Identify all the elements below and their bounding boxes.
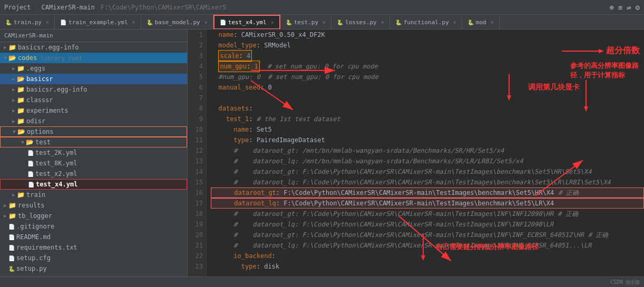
tab-label: train.py — [14, 19, 42, 26]
code-line-23: type: disk — [211, 261, 644, 272]
py-icon: 🐍 — [5, 19, 12, 25]
close-icon[interactable]: × — [132, 19, 135, 25]
code-line-20: # dataroot_gt: F:\Code\Python\CAMixerSR\… — [211, 230, 644, 240]
py-file-icon: 🐍 — [8, 266, 15, 272]
txt-file-icon: 📄 — [8, 245, 15, 251]
sidebar-item-setuppy[interactable]: 🐍 setup.py — [0, 263, 187, 274]
sidebar-item-label: basicsr.egg-info — [26, 86, 87, 93]
code-line-4: num_gpu: 1 # set num_gpu: 0 for cpu mode — [211, 61, 644, 72]
sidebar-item-label: basicsr — [26, 75, 53, 83]
close-icon[interactable]: × — [381, 19, 384, 25]
expand-arrow: ▶ — [2, 45, 8, 50]
expand-arrow: ▶ — [11, 118, 17, 124]
expand-arrow: ▼ — [19, 140, 26, 145]
tab-train-py[interactable]: 🐍 train.py × — [0, 15, 55, 29]
sidebar-item-label: tb_logger — [18, 212, 52, 220]
sidebar-item-requirements[interactable]: 📄 requirements.txt — [0, 242, 187, 253]
toolbar-icons: ⊕ ≡ ⇌ ⚙ — [609, 3, 640, 12]
code-content: 1 2 3 4 5 6 7 8 9 10 11 12 13 14 15 16 1 — [188, 29, 644, 276]
tab-losses-py[interactable]: 🐍 losses.py × — [331, 15, 390, 29]
sidebar-item-eggs[interactable]: ▶ 📁 .eggs — [0, 63, 187, 74]
watermark: CSDN @佳佃 — [610, 279, 640, 286]
app-title: CAMixerSR-main F:\Code\Python\CAMixerSR\… — [42, 4, 227, 11]
sidebar-item-basicsr[interactable]: ▶ 📂 basicsr — [0, 74, 187, 84]
sidebar-item-test[interactable]: ▼ 📂 test — [0, 137, 187, 147]
code-line-15: # dataroot_lq: F:\Code\Python\CAMixerSR\… — [211, 177, 644, 187]
tab-mod[interactable]: 🐍 mod × — [462, 15, 500, 29]
sidebar-item-test2k[interactable]: 📄 test_2K.yml — [0, 147, 187, 158]
top-bar: Project CAMixerSR-main F:\Code\Python\CA… — [0, 0, 644, 15]
sidebar-item-label: setup.py — [16, 265, 47, 272]
sidebar-item-readme[interactable]: 📄 README.md — [0, 232, 187, 242]
sidebar-item-classsr[interactable]: ▶ 📁 classsr — [0, 95, 187, 105]
yml-file-icon: 📄 — [27, 161, 34, 166]
sidebar-item-codes[interactable]: ▼ 📂 codes library root — [0, 53, 187, 63]
close-icon[interactable]: × — [453, 19, 456, 25]
add-icon[interactable]: ⊕ — [609, 3, 613, 12]
sidebar-item-gitignore[interactable]: 📄 .gitignore — [0, 221, 187, 232]
folder-icon: 📂 — [26, 138, 34, 146]
tab-train-example-yml[interactable]: 📄 train_example.yml × — [55, 15, 141, 29]
code-line-11: type: PairedImageDataset — [211, 135, 644, 145]
sidebar-item-results[interactable]: ▶ 📁 results — [0, 200, 187, 211]
tab-label: train_example.yml — [69, 19, 128, 26]
close-icon[interactable]: × — [46, 19, 49, 25]
sidebar-item-testx4[interactable]: 📄 test_x4.yml — [0, 179, 187, 190]
close-icon[interactable]: × — [323, 19, 326, 25]
folder-icon: 📂 — [17, 128, 25, 135]
tab-label: test_x4.yml — [228, 19, 267, 26]
folder-icon: 📁 — [17, 65, 25, 72]
settings-icon[interactable]: ⚙ — [636, 3, 640, 12]
py-icon: 🐍 — [467, 19, 474, 25]
library-root-tag: library root — [37, 55, 82, 62]
code-line-13: # dataroot_lq: /mnt/bn/mmlab-wangyan-srd… — [211, 156, 644, 166]
tab-test-x4-yml[interactable]: 📄 test_x4.yml × — [213, 15, 280, 29]
sidebar-item-options[interactable]: ▼ 📂 options — [0, 126, 187, 137]
py-icon: 🐍 — [286, 19, 292, 25]
code-line-16: dataroot_gt: F:\Code\Python\CAMixerSR\CA… — [211, 187, 644, 198]
sidebar-item-label: experiments — [26, 107, 68, 114]
py-icon: 🐍 — [147, 19, 153, 25]
sidebar-item-experiments[interactable]: ▶ 📁 experiments — [0, 105, 187, 116]
code-line-14: # dataroot_gt: F:\Code\Python\CAMixerSR\… — [211, 166, 644, 177]
tab-functional-py[interactable]: 🐍 functional.py × — [390, 15, 462, 29]
split-icon[interactable]: ⇌ — [627, 3, 631, 12]
file-icon: 📄 — [8, 234, 15, 240]
close-icon[interactable]: × — [491, 19, 494, 25]
folder-icon: 📁 — [17, 107, 25, 114]
expand-arrow: ▶ — [11, 97, 17, 103]
sidebar-item-basicsr-egg2[interactable]: ▶ 📁 basicsr.egg-info — [0, 84, 187, 95]
tab-test-py[interactable]: 🐍 test.py × — [280, 15, 331, 29]
list-icon[interactable]: ≡ — [618, 3, 622, 12]
folder-icon: 📁 — [8, 212, 16, 220]
tab-label: base_model.py — [155, 19, 200, 26]
sidebar: CAMixerSR-main ▶ 📁 basicsr.egg-info ▼ 📂 … — [0, 29, 188, 276]
folder-icon: 📁 — [17, 117, 25, 125]
tab-label: mod — [476, 19, 486, 26]
code-line-22: io_backend: — [211, 251, 644, 261]
tab-label: test.py — [294, 19, 318, 26]
sidebar-item-label: setup.cfg — [16, 254, 51, 262]
code-line-2: model_type: SRModel — [211, 40, 644, 51]
expand-arrow: ▶ — [11, 76, 17, 82]
sidebar-item-test8k[interactable]: 📄 test_8K.yml — [0, 158, 187, 169]
app-container: Project CAMixerSR-main F:\Code\Python\CA… — [0, 0, 644, 287]
sidebar-item-train[interactable]: ▶ 📁 train — [0, 190, 187, 200]
code-line-1: name: CAMixerSR_0.50_x4_DF2K — [211, 29, 644, 40]
yml-icon: 📄 — [60, 19, 66, 25]
code-line-3: scale: 4 — [211, 51, 644, 61]
sidebar-item-basicsr-egg[interactable]: ▶ 📁 basicsr.egg-info — [0, 42, 187, 53]
code-line-10: name: Set5 — [211, 124, 644, 135]
expand-arrow: ▼ — [11, 129, 17, 134]
code-line-5: #num_gpu: 0 # set num_gpu: 0 for cpu mod… — [211, 72, 644, 82]
close-icon[interactable]: × — [271, 19, 274, 25]
sidebar-item-odisr[interactable]: ▶ 📁 odisr — [0, 116, 187, 126]
yml-file-icon: 📄 — [28, 182, 34, 187]
sidebar-item-setupcfg[interactable]: 📄 setup.cfg — [0, 253, 187, 263]
code-line-19: # dataroot_lq: F:\Code\Python\CAMixerSR\… — [211, 219, 644, 230]
sidebar-item-testx2[interactable]: 📄 test_x2.yml — [0, 169, 187, 179]
tab-base-model-py[interactable]: 🐍 base_model.py × — [141, 15, 213, 29]
close-icon[interactable]: × — [204, 19, 208, 25]
sidebar-item-tb-logger[interactable]: ▶ 📁 tb_logger — [0, 211, 187, 221]
sidebar-item-label: test_2K.yml — [35, 149, 77, 156]
